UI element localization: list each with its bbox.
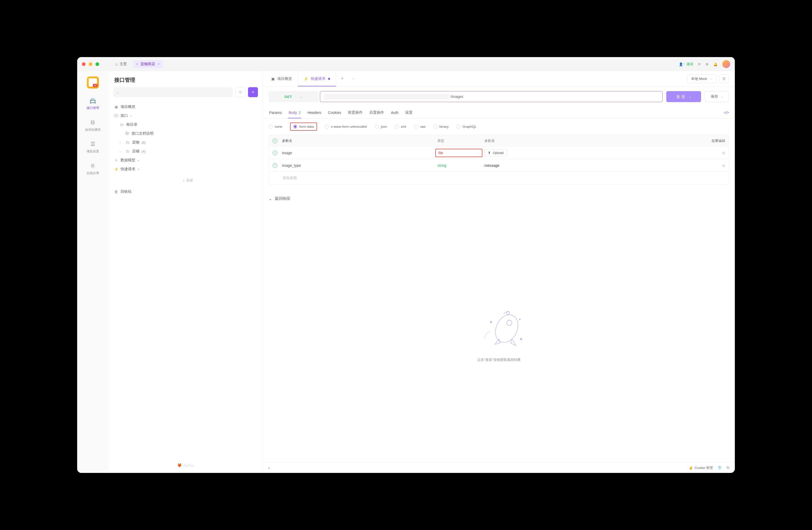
param-name-cell[interactable]: image (282, 151, 435, 155)
folder-icon: 🗀 (125, 149, 130, 153)
shirt-icon[interactable]: 👕 (717, 466, 722, 470)
svg-point-0 (491, 311, 522, 346)
ptab-params[interactable]: Params (269, 107, 282, 118)
maximize-window-button[interactable] (96, 62, 99, 66)
chevron-down-icon: ⌄ (482, 164, 484, 167)
chevron-right-icon: › (119, 150, 123, 153)
rail-item-settings[interactable]: ☰ 项目设置 (87, 140, 99, 154)
project-label: 宠物商店 (141, 62, 155, 67)
fox-icon: 🦊 (177, 463, 182, 468)
home-label: 主页 (119, 62, 127, 67)
radio-urlencoded[interactable]: x-www-form-urlencoded (325, 125, 367, 128)
collapse-sidebar-button[interactable]: « (268, 466, 270, 470)
search-input[interactable]: ⌕ (113, 87, 233, 97)
radio-xml[interactable]: xml (395, 125, 406, 128)
ptab-post-action[interactable]: 后置操作 (369, 107, 385, 118)
environment-select[interactable]: 本地 Mock ⌄ (687, 74, 716, 83)
tree-folder-shops[interactable]: › 🗀 店铺 (4) (108, 147, 263, 156)
cookie-management-button[interactable]: ☝ Cookie 管理 (689, 465, 713, 470)
filter-button[interactable]: ▽ (235, 87, 245, 97)
add-button[interactable]: + (248, 87, 258, 97)
sidebar-controls: ⌕ ▽ + (108, 87, 263, 101)
url-input[interactable]: /images (320, 91, 663, 102)
tree-root-folder[interactable]: 🗀 根目录 (108, 120, 263, 129)
radio-none[interactable]: none (269, 125, 282, 128)
save-button[interactable]: 保存 ⌄ (705, 91, 729, 102)
data-model-icon: ⚛ (114, 158, 118, 162)
tree-folder-pets[interactable]: › 🗀 宠物 (8) (108, 138, 263, 147)
ptab-settings[interactable]: 设置 (405, 107, 413, 118)
rail-item-automation[interactable]: ⊟ 自动化测试 (85, 118, 101, 132)
chevron-down-icon: ▾ (138, 168, 139, 171)
ptab-headers[interactable]: Headers (307, 107, 322, 118)
radio-graphql[interactable]: GraphQL (456, 125, 476, 128)
radio-binary[interactable]: binary (434, 125, 449, 128)
refresh-icon[interactable]: ⟳ (698, 62, 701, 66)
method-select[interactable]: GET ⌄ (269, 91, 318, 102)
settings-icon[interactable]: ⚙ (706, 62, 709, 66)
app-body: 📇 接口管理 ⊟ 自动化测试 ☰ 项目设置 ⎘ 在线分享 接口管理 ⌕ (77, 71, 735, 473)
check-all-icon[interactable]: ✓ (273, 139, 277, 143)
avatar[interactable] (722, 60, 730, 68)
param-type-select[interactable]: file ⌄ (435, 149, 482, 157)
automation-icon: ⊟ (89, 118, 97, 126)
radio-json[interactable]: json (375, 125, 387, 128)
code-icon: </> (724, 111, 729, 115)
url-group: GET ⌄ /images (269, 91, 663, 102)
minimize-window-button[interactable] (89, 62, 92, 66)
send-button[interactable]: 发 送 ⌄ (666, 91, 701, 102)
ptab-cookies[interactable]: Cookies (328, 107, 342, 118)
tab-project-overview[interactable]: ▣ 项目概览 (265, 71, 298, 86)
hand-point-icon: ☝ (689, 466, 693, 470)
tree-doc-item[interactable]: Ⓜ 接口文档说明 (108, 129, 263, 138)
chevron-down-icon: ⌄ (689, 95, 691, 98)
upload-button[interactable]: ⬆ Upload (484, 149, 507, 156)
response-header[interactable]: ⌄ 返回响应 (269, 193, 729, 205)
bell-icon[interactable]: 🔔 (713, 62, 717, 66)
panel-menu-button[interactable]: ☰ (720, 74, 728, 83)
rail-item-share[interactable]: ⎘ 在线分享 (87, 162, 99, 176)
close-icon[interactable]: ✕ (136, 62, 139, 66)
tree-project-overview[interactable]: ▣ 项目概览 (108, 102, 263, 111)
ptab-pre-action[interactable]: 前置操作 (347, 107, 363, 118)
project-tab[interactable]: ✕ 宠物商店 ↗ (133, 60, 163, 68)
chevron-down-icon: ⌄ (721, 95, 723, 98)
code-view-button[interactable]: </> (724, 111, 729, 115)
help-icon[interactable]: ?⃝ (726, 466, 729, 470)
close-window-button[interactable] (82, 62, 86, 66)
chevron-down-icon: ⌄ (269, 196, 272, 201)
empty-message: 点击"发送"按钮获取返回结果 (477, 358, 520, 362)
app-logo[interactable] (87, 76, 99, 88)
rail-item-api[interactable]: 📇 接口管理 (87, 97, 99, 110)
radio-raw[interactable]: raw (414, 125, 426, 128)
tree-data-model[interactable]: ⚛ 数据模型 ▸ (108, 156, 263, 165)
project-settings-icon: ☰ (89, 140, 97, 148)
ptab-auth[interactable]: Auth (390, 107, 399, 118)
remove-row-icon[interactable]: ⊖ (722, 163, 725, 168)
col-type: 类型 (437, 139, 484, 143)
row-check-icon[interactable]: ✓ (273, 151, 277, 155)
invite-button[interactable]: 👤⁺ 邀请 (679, 62, 693, 67)
redacted-url-part (324, 94, 449, 99)
param-type-select[interactable]: string ⌄ (437, 163, 484, 168)
remove-row-icon[interactable]: ⊖ (722, 151, 725, 155)
param-value-cell[interactable]: message (484, 163, 709, 168)
tabs-more-button[interactable]: ⋯ (348, 71, 358, 86)
external-link-icon[interactable]: ↗ (157, 62, 160, 66)
batch-edit-button[interactable]: 批量编辑 (712, 139, 725, 143)
add-tab-button[interactable]: + (336, 71, 348, 86)
radio-form-data[interactable]: form-data (290, 123, 317, 131)
ptab-body[interactable]: Body 2 (288, 107, 301, 118)
chevron-down-icon: ⌄ (710, 77, 713, 80)
param-name-cell[interactable]: image_type (282, 163, 437, 168)
tree-interface-root[interactable]: 96 接口 ▸ (108, 111, 263, 120)
tree-recycle-bin[interactable]: 🗑 回收站 (108, 187, 263, 196)
main-content: ▣ 项目概览 ⚡ 快捷请求 + ⋯ 本地 Mock ⌄ ☰ (263, 71, 735, 473)
new-button[interactable]: + 新建 (121, 176, 255, 185)
tree-quick-request[interactable]: ⚡ 快捷请求 ▾ (108, 165, 263, 173)
urlbar: GET ⌄ /images 发 送 ⌄ 保存 ⌄ (263, 86, 735, 107)
home-tab[interactable]: ⌂ 主页 (112, 60, 130, 68)
add-param-row[interactable]: 添加参数 (269, 172, 729, 184)
tab-quick-request[interactable]: ⚡ 快捷请求 (298, 71, 336, 86)
row-check-icon[interactable]: ✓ (273, 163, 277, 168)
